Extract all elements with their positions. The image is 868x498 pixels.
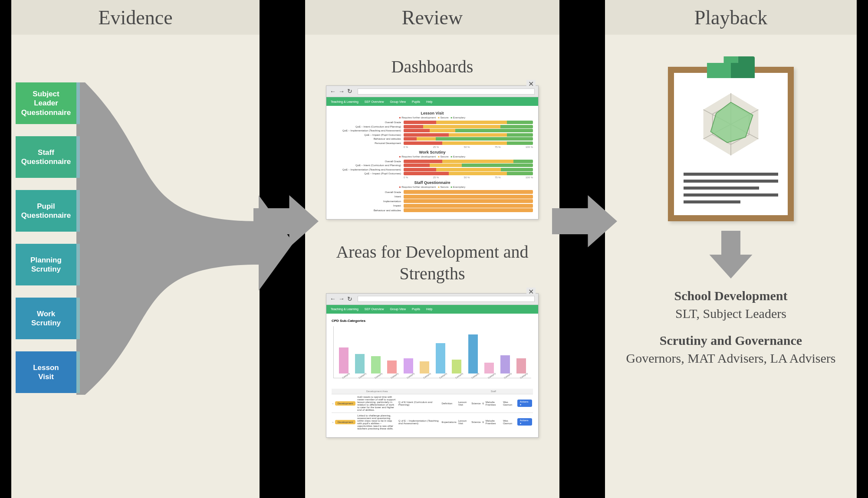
mock-hbar-row: QoE – Impact (Pupil Outcomes) — [332, 133, 533, 137]
mock-vbar: Category — [514, 358, 529, 378]
mock-areas: ✕ ← → ↻ Teaching & LearningSEF OverviewG… — [326, 293, 539, 438]
column-review: Review Dashboards ✕ ← → ↻ Teaching & Lea… — [305, 0, 559, 498]
mock-tab: Teaching & Learning — [331, 308, 358, 311]
mock-hbar-row: Impact — [332, 204, 533, 208]
mock-hbar-row: QoE – Implementation (Teaching and Asses… — [332, 168, 533, 171]
mock-section-title: Lesson Visit — [332, 111, 533, 115]
table-row: ›DevelopmentLinked to challenge planning… — [332, 413, 533, 431]
close-icon: ✕ — [526, 80, 536, 88]
evidence-pill-stack: SubjectLeaderQuestionnaireStaffQuestionn… — [16, 82, 76, 393]
mock-tab: Help — [426, 100, 432, 103]
mock-hbar-row: Behaviour and attitudes — [332, 137, 533, 141]
mock-hbar-row: Overall Grade — [332, 121, 533, 124]
evidence-pill: PlanningScrutiny — [16, 244, 76, 285]
radar-chart-icon — [694, 88, 768, 161]
svg-marker-1 — [552, 195, 617, 247]
mock-tab: Group View — [390, 308, 406, 311]
header-evidence: Evidence — [11, 0, 260, 35]
mock-browser-bar: ✕ ← → ↻ — [326, 86, 538, 97]
mock-vbar: Category — [401, 358, 416, 378]
mock-hbar-row: QoE – Implementation (Teaching and Asses… — [332, 129, 533, 132]
mock-hbar-row: QoE – Impact (Pupil Outcomes) — [332, 172, 533, 175]
mock-vbar: Category — [433, 343, 448, 378]
clipboard-report — [668, 56, 794, 221]
mock-vbar: Category — [385, 360, 400, 378]
mock-tab: SEF Overview — [365, 308, 384, 311]
mock-nav-tabs: Teaching & LearningSEF OverviewGroup Vie… — [326, 305, 538, 314]
mock-legend: Requires further development Secure Exem… — [332, 155, 533, 158]
mock-tab: Group View — [390, 100, 406, 103]
mock-dashboards-body: Lesson VisitRequires further development… — [326, 106, 538, 219]
mock-hbar-row: Implementation — [332, 199, 533, 203]
mock-hbar-row: Personal Development — [332, 141, 533, 145]
mock-tab: Teaching & Learning — [331, 100, 358, 103]
mock-browser-bar: ✕ ← → ↻ — [326, 294, 538, 305]
mock-vbar: Category — [497, 355, 513, 378]
mock-section-title: Staff Questionnaire — [332, 180, 533, 185]
mock-nav-tabs: Teaching & LearningSEF OverviewGroup Vie… — [326, 97, 538, 106]
evidence-pill: SubjectLeaderQuestionnaire — [16, 82, 76, 124]
mock-bar-chart: CategoryCategoryCategoryCategoryCategory… — [333, 326, 531, 378]
mock-table: Development AreaStaff ›DevelopmentHoD ne… — [332, 389, 533, 431]
mock-hbar-row: Overall Grade — [332, 160, 533, 163]
close-icon: ✕ — [526, 288, 536, 296]
mock-hbar-row: QoE – Intent (Curriculum and Planning) — [332, 164, 533, 167]
clipboard-clip-icon — [707, 56, 755, 78]
diagram-root: Evidence SubjectLeaderQuestionnaireStaff… — [0, 0, 868, 498]
svg-marker-0 — [253, 195, 319, 247]
reload-icon: ↻ — [347, 88, 352, 95]
arrow-review-to-playback — [552, 189, 617, 254]
mock-hbar-row: Behaviour and attitudes — [332, 208, 533, 212]
column-evidence: Evidence SubjectLeaderQuestionnaireStaff… — [11, 0, 260, 498]
mock-tab: Pupils — [412, 308, 420, 311]
mock-legend: Requires further development Secure Exem… — [332, 186, 533, 188]
review-section-areas: Areas for Development and Strengths — [318, 241, 546, 285]
forward-icon: → — [339, 295, 345, 302]
address-bar — [358, 88, 535, 95]
mock-vbar: Category — [481, 363, 497, 378]
mock-vbar: Category — [352, 354, 368, 378]
mock-tab: Pupils — [412, 100, 420, 103]
table-row: ›DevelopmentHoD needs to spend time with… — [332, 394, 533, 413]
back-icon: ← — [330, 88, 336, 95]
playback-audiences: School DevelopmentSLT, Subject LeadersSc… — [626, 287, 836, 377]
mock-chart-title: CPD Sub-Categories — [332, 319, 533, 323]
column-playback: Playback — [605, 0, 857, 498]
mock-vbar: Category — [417, 361, 432, 378]
mock-vbar: Category — [449, 360, 465, 378]
mock-tab: Help — [426, 308, 432, 311]
mock-vbar: Category — [368, 356, 384, 378]
playback-group: Scrutiny and GovernanceGovernors, MAT Ad… — [626, 332, 836, 367]
evidence-pill: WorkScrutiny — [16, 298, 76, 339]
down-arrow-icon — [705, 231, 757, 278]
review-section-dashboards: Dashboards — [391, 56, 473, 77]
report-text-lines — [684, 169, 778, 207]
svg-marker-9 — [710, 231, 753, 278]
mock-legend: Requires further development Secure Exem… — [332, 116, 533, 119]
mock-hbar-row: Intent — [332, 195, 533, 199]
mock-dashboards: ✕ ← → ↻ Teaching & LearningSEF OverviewG… — [326, 85, 539, 220]
header-review: Review — [305, 0, 559, 35]
mock-hbar-row: Overall Grade — [332, 190, 533, 194]
header-playback: Playback — [605, 0, 857, 35]
back-icon: ← — [330, 295, 336, 302]
playback-group: School DevelopmentSLT, Subject Leaders — [626, 287, 836, 322]
mock-vbar: Category — [465, 334, 481, 378]
mock-section-title: Work Scrutiny — [332, 150, 533, 154]
arrow-evidence-to-review — [253, 189, 319, 254]
address-bar — [358, 296, 535, 302]
mock-hbar-row: QoE – Intent (Curriculum and Planning) — [332, 125, 533, 128]
evidence-pill: StaffQuestionnaire — [16, 136, 76, 178]
mock-areas-body: CPD Sub-Categories CategoryCategoryCateg… — [326, 314, 538, 437]
reload-icon: ↻ — [347, 295, 352, 303]
mock-vbar: Category — [336, 347, 352, 378]
mock-tab: SEF Overview — [365, 100, 384, 103]
evidence-pill: LessonVisit — [16, 351, 76, 393]
evidence-pill: PupilQuestionnaire — [16, 190, 76, 232]
forward-icon: → — [339, 88, 345, 95]
